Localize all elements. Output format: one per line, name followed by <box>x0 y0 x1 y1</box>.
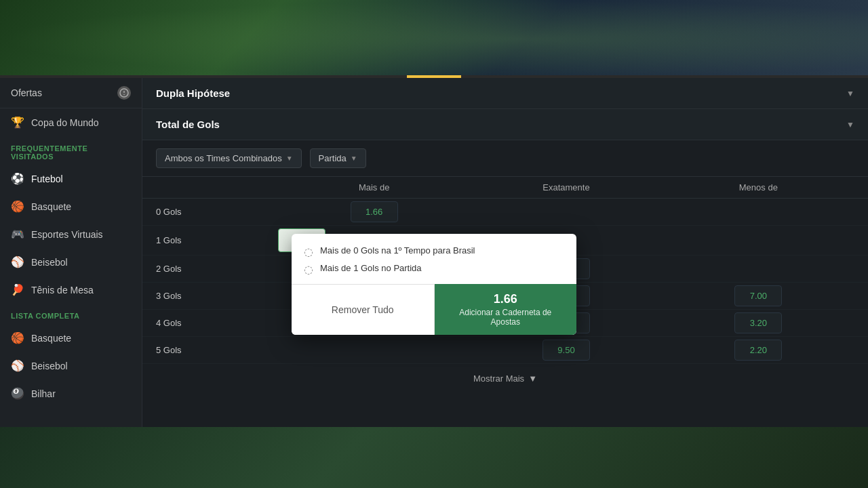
btn-0-mais-de[interactable]: 1.66 <box>351 201 398 222</box>
sidebar-item-futebol[interactable]: ⚽ Futebol <box>0 165 142 192</box>
sidebar-item-bilhar-label: Bilhar <box>31 388 56 399</box>
popup-odds-value: 1.66 <box>494 292 517 306</box>
esportes-icon: 🎮 <box>11 228 24 241</box>
row-5-gols: 5 Gols 9.50 2.20 <box>142 337 868 364</box>
sidebar-item-esportes-virtuais[interactable]: 🎮 Esportes Virtuais <box>0 220 142 248</box>
tenis-icon: 🏓 <box>11 283 24 296</box>
filter-row: Ambos os Times Combinados ▼ Partida ▼ <box>142 140 868 177</box>
beisebol-icon: ⚾ <box>11 256 24 268</box>
label-5-gols: 5 Gols <box>156 345 278 355</box>
show-more-chevron: ▼ <box>528 373 537 384</box>
sidebar-item-beisebol2[interactable]: ⚾ Beisebol <box>0 352 142 380</box>
total-gols-chevron: ▼ <box>846 120 854 129</box>
label-2-gols: 2 Gols <box>156 264 278 274</box>
combinados-chevron: ▼ <box>286 155 293 162</box>
lista-completa-label: LISTA COMPLETA <box>0 304 142 324</box>
cell-5-menos: 2.20 <box>663 340 854 361</box>
popup-add-label: Adicionar a Caderneta de Apostas <box>444 308 568 327</box>
sidebar-item-basquete2[interactable]: 🏀 Basquete <box>0 324 142 352</box>
hero-banner-top <box>0 0 868 78</box>
btn-4-menos-de[interactable]: 3.20 <box>734 312 782 333</box>
sidebar-item-futebol-label: Futebol <box>31 174 63 184</box>
cell-2-menos <box>663 263 854 275</box>
sidebar-item-tenis-label: Tênis de Mesa <box>31 285 94 296</box>
cell-4-menos: 3.20 <box>663 312 854 333</box>
offers-badge <box>117 86 131 100</box>
odds-header: Mais de Exatamente Menos de <box>142 177 868 199</box>
add-caderneta-button[interactable]: 1.66 Adicionar a Caderneta de Apostas <box>435 284 577 335</box>
sidebar-item-basquete2-label: Basquete <box>31 333 71 344</box>
header-menos-de: Menos de <box>663 182 854 192</box>
svg-point-2 <box>123 94 125 96</box>
partida-chevron: ▼ <box>351 155 357 162</box>
bilhar-icon: 🎱 <box>11 387 24 400</box>
sidebar: Ofertas 🏆 Copa do Mundo FREQUENTEMENTE V… <box>0 78 142 427</box>
sidebar-item-bilhar[interactable]: 🎱 Bilhar <box>0 380 142 407</box>
sidebar-item-tenis-mesa[interactable]: 🏓 Tênis de Mesa <box>0 276 142 304</box>
popup-actions: Remover Tudo 1.66 Adicionar a Caderneta … <box>292 284 576 335</box>
label-4-gols: 4 Gols <box>156 318 278 328</box>
header-mais-de: Mais de <box>278 182 470 192</box>
partida-filter[interactable]: Partida ▼ <box>310 148 366 168</box>
sidebar-item-basquete-label: Basquete <box>31 201 71 212</box>
cell-5-exatamente: 9.50 <box>470 340 662 361</box>
sidebar-item-beisebol2-label: Beisebol <box>31 361 68 371</box>
combinados-filter[interactable]: Ambos os Times Combinados ▼ <box>156 148 302 168</box>
popup-row-2: ◌ Mais de 1 Gols no Partida <box>304 262 564 276</box>
sidebar-item-copa-label: Copa do Mundo <box>31 117 99 128</box>
bullet-2-icon: ◌ <box>304 263 313 276</box>
cell-0-exatamente <box>470 206 662 218</box>
popup-row-1: ◌ Mais de 0 Gols na 1º Tempo para Brasil <box>304 245 564 258</box>
popup-item1-text: Mais de 0 Gols na 1º Tempo para Brasil <box>320 245 475 257</box>
sidebar-item-beisebol-label: Beisebol <box>31 257 68 268</box>
header-label <box>156 182 278 192</box>
row-0-gols: 0 Gols 1.66 <box>142 199 868 226</box>
total-gols-title: Total de Gols <box>156 119 220 130</box>
cell-1-menos <box>663 235 854 247</box>
sidebar-item-esportes-label: Esportes Virtuais <box>31 229 103 240</box>
show-more-label: Mostrar Mais <box>473 373 524 384</box>
dupla-hipotese-header[interactable]: Dupla Hipótese ▼ <box>142 78 868 109</box>
hero-banner-bottom <box>0 427 868 488</box>
label-0-gols: 0 Gols <box>156 207 278 217</box>
popup-item2-text: Mais de 1 Gols no Partida <box>320 262 422 274</box>
bullet-1-icon: ◌ <box>304 245 313 258</box>
beisebol2-icon: ⚾ <box>11 359 24 372</box>
sidebar-item-basquete[interactable]: 🏀 Basquete <box>0 192 142 220</box>
remove-tudo-button[interactable]: Remover Tudo <box>292 284 434 335</box>
partida-label: Partida <box>319 153 347 163</box>
remove-tudo-label: Remover Tudo <box>332 304 394 315</box>
btn-3-menos-de[interactable]: 7.00 <box>734 285 782 306</box>
offers-label: Ofertas <box>11 87 42 98</box>
show-more[interactable]: Mostrar Mais ▼ <box>142 364 868 393</box>
popup-body: ◌ Mais de 0 Gols na 1º Tempo para Brasil… <box>292 234 576 276</box>
header-exatamente: Exatamente <box>470 182 662 192</box>
label-1-gols: 1 Gols <box>156 235 278 245</box>
total-gols-header[interactable]: Total de Gols ▼ <box>142 109 868 140</box>
cell-0-mais: 1.66 <box>278 201 470 222</box>
dupla-hipotese-title: Dupla Hipótese <box>156 87 230 99</box>
cell-3-menos: 7.00 <box>663 285 854 306</box>
label-3-gols: 3 Gols <box>156 291 278 301</box>
basquete2-icon: 🏀 <box>11 331 24 344</box>
combinados-label: Ambos os Times Combinados <box>165 153 282 163</box>
cell-5-mais <box>278 344 470 357</box>
bet-popup: ◌ Mais de 0 Gols na 1º Tempo para Brasil… <box>292 234 576 335</box>
cell-0-menos <box>663 206 854 218</box>
btn-5-menos-de[interactable]: 2.20 <box>734 340 782 361</box>
sidebar-item-copa[interactable]: 🏆 Copa do Mundo <box>0 108 142 136</box>
frequentemente-label: FREQUENTEMENTE VISITADOS <box>0 136 142 165</box>
futebol-icon: ⚽ <box>11 172 24 185</box>
trophy-icon: 🏆 <box>11 116 24 129</box>
basquete-icon: 🏀 <box>11 200 24 213</box>
sidebar-item-beisebol[interactable]: ⚾ Beisebol <box>0 248 142 276</box>
sidebar-offers[interactable]: Ofertas <box>0 78 142 108</box>
btn-5-exatamente[interactable]: 9.50 <box>542 340 590 361</box>
dupla-hipotese-chevron: ▼ <box>846 89 854 98</box>
